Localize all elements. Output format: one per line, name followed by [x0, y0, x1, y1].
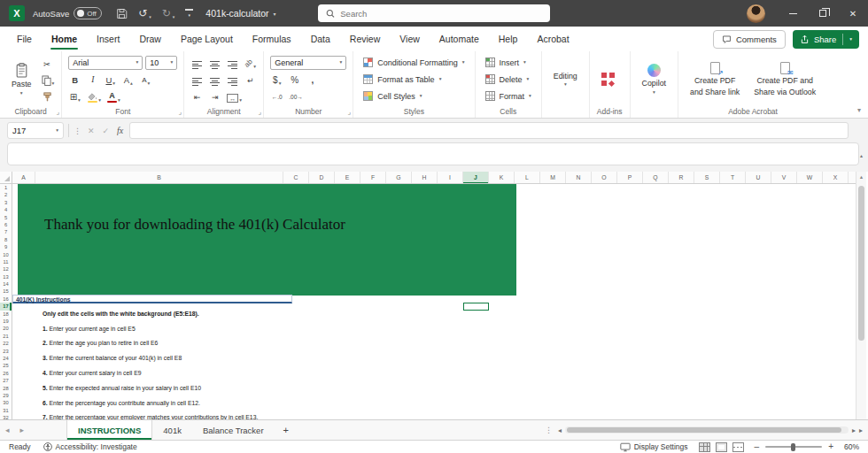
normal-view-button[interactable]	[699, 442, 710, 452]
column-header-T[interactable]: T	[720, 172, 746, 184]
sheet-nav-left-icon[interactable]: ◂	[0, 426, 15, 434]
cancel-button[interactable]: ✕	[86, 127, 97, 135]
formula-input-expanded[interactable]	[7, 142, 859, 165]
tab-insert[interactable]: Insert	[87, 27, 129, 51]
page-layout-view-button[interactable]	[716, 442, 727, 452]
zoom-in-button[interactable]: +	[828, 442, 833, 451]
merge-center-button[interactable]: ↔▾	[226, 89, 243, 103]
vertical-scrollbar-thumb[interactable]	[858, 186, 864, 341]
row-header-17[interactable]: 17	[0, 303, 12, 310]
row-header-25[interactable]: 25	[0, 362, 12, 369]
zoom-slider-thumb[interactable]	[791, 443, 795, 451]
scroll-up-icon[interactable]: ▲	[856, 172, 866, 182]
tab-data[interactable]: Data	[301, 27, 340, 51]
display-settings-button[interactable]: Display Settings	[620, 442, 688, 452]
increase-indent-button[interactable]: ⇥	[208, 89, 221, 103]
format-painter-button[interactable]	[41, 88, 54, 102]
create-pdf-share-link-button[interactable]: ↗ Create PDF and Share link	[685, 54, 745, 104]
zoom-out-button[interactable]: –	[755, 442, 760, 451]
number-format-combo[interactable]: General▾	[270, 56, 346, 70]
accessibility-button[interactable]: Accessibility: Investigate	[43, 442, 137, 451]
comments-button[interactable]: Comments	[713, 30, 786, 49]
row-header-28[interactable]: 28	[0, 385, 12, 392]
accounting-format-button[interactable]: $▾	[270, 73, 283, 86]
redo-button[interactable]: ↻▾	[157, 0, 181, 27]
share-button[interactable]: Share ▾	[793, 30, 859, 49]
orientation-button[interactable]: ab▾	[244, 56, 257, 69]
decrease-indent-button[interactable]: ⇤	[190, 89, 204, 103]
wrap-text-button[interactable]: ↵	[244, 73, 257, 86]
formula-input[interactable]	[129, 122, 849, 139]
row-header-6[interactable]: 6	[0, 221, 12, 228]
excel-logo-icon[interactable]: X	[9, 5, 25, 21]
row-header-18[interactable]: 18	[0, 311, 12, 318]
row-header-5[interactable]: 5	[0, 214, 12, 221]
page-break-view-button[interactable]	[732, 442, 744, 452]
undo-button[interactable]: ↺▾	[133, 0, 157, 27]
create-pdf-outlook-button[interactable]: ✉ Create PDF and Share via Outlook	[748, 54, 821, 104]
row-header-23[interactable]: 23	[0, 348, 12, 355]
alignment-dialog-launcher-icon[interactable]: ⌟	[259, 109, 262, 116]
customize-quick-access-toolbar-icon[interactable]: ▾	[180, 9, 198, 18]
avatar[interactable]	[747, 4, 765, 23]
font-name-combo[interactable]: Arial▾	[68, 56, 143, 70]
decrease-font-size-button[interactable]: A▾	[139, 73, 152, 86]
column-header-H[interactable]: H	[412, 172, 438, 184]
addins-button[interactable]	[596, 54, 620, 104]
minimize-button[interactable]	[778, 0, 808, 27]
paste-button[interactable]: Paste ▾	[6, 54, 37, 104]
row-header-8[interactable]: 8	[0, 236, 12, 243]
column-header-A[interactable]: A	[12, 172, 35, 184]
borders-button[interactable]: ⊞▾	[68, 89, 81, 103]
italic-button[interactable]: I	[86, 73, 99, 86]
select-all-corner[interactable]	[0, 172, 12, 184]
row-header-11[interactable]: 11	[0, 258, 12, 265]
tab-formulas[interactable]: Formulas	[243, 27, 301, 51]
row-header-16[interactable]: 16	[0, 296, 12, 303]
tab-help[interactable]: Help	[489, 27, 528, 51]
conditional-formatting-button[interactable]: Conditional Formatting ▾	[360, 55, 468, 71]
row-header-12[interactable]: 12	[0, 265, 12, 273]
column-header-D[interactable]: D	[309, 172, 335, 184]
add-sheet-button[interactable]: +	[275, 425, 298, 435]
font-dialog-launcher-icon[interactable]: ⌟	[179, 109, 182, 116]
ribbon-collapse-icon[interactable]: ▾	[857, 107, 861, 114]
decrease-decimal-button[interactable]: .00→	[288, 89, 304, 103]
fill-color-button[interactable]: ▾	[86, 89, 102, 103]
formula-bar-handle-icon[interactable]: ⋮	[74, 127, 81, 135]
align-right-button[interactable]	[226, 73, 239, 86]
row-header-27[interactable]: 27	[0, 377, 12, 384]
column-header-S[interactable]: S	[694, 172, 720, 184]
column-header-W[interactable]: W	[797, 172, 823, 184]
row-header-7[interactable]: 7	[0, 228, 12, 235]
zoom-slider[interactable]	[765, 446, 822, 448]
document-title[interactable]: 401k-calculator ▾	[205, 8, 275, 19]
underline-button[interactable]: U▾	[104, 73, 117, 86]
align-middle-button[interactable]	[208, 56, 221, 69]
row-header-2[interactable]: 2	[0, 191, 12, 198]
save-button[interactable]	[111, 0, 133, 27]
align-top-button[interactable]	[190, 56, 204, 69]
column-header-O[interactable]: O	[592, 172, 617, 184]
autosave-toggle[interactable]: Off	[74, 7, 102, 19]
cut-button[interactable]: ✂	[41, 57, 54, 70]
tab-review[interactable]: Review	[340, 27, 390, 51]
zoom-level-button[interactable]: 60%	[844, 442, 859, 451]
insert-function-button[interactable]: fx	[115, 126, 125, 135]
bold-button[interactable]: B	[68, 73, 81, 86]
column-header-R[interactable]: R	[669, 172, 694, 184]
row-header-15[interactable]: 15	[0, 288, 12, 295]
tab-file[interactable]: File	[7, 27, 42, 51]
align-left-button[interactable]	[190, 73, 204, 86]
sheet-tab-balance-tracker[interactable]: Balance Tracker	[192, 420, 275, 440]
horizontal-scrollbar-thumb[interactable]	[567, 427, 841, 433]
scroll-right-end-icon[interactable]: ▸	[859, 426, 863, 434]
tab-home[interactable]: Home	[42, 27, 87, 51]
search-input[interactable]	[340, 9, 542, 19]
insert-cells-button[interactable]: Insert ▾	[482, 55, 535, 71]
search-box[interactable]	[318, 4, 550, 22]
row-header-3[interactable]: 3	[0, 199, 12, 206]
sheet-tab-splitter[interactable]: ⋮	[539, 426, 558, 434]
copy-button[interactable]: ▾	[41, 73, 56, 86]
sheet-nav-right-icon[interactable]: ▸	[15, 426, 30, 434]
